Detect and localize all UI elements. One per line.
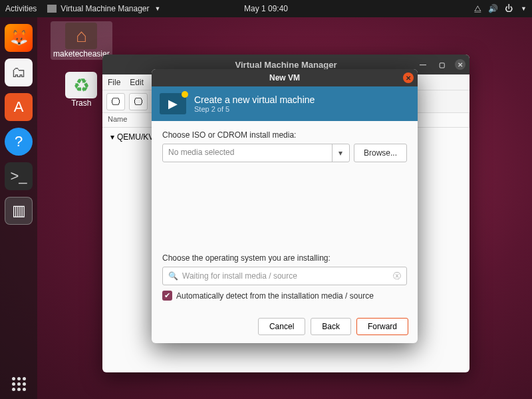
clock[interactable]: May 1 09:40 — [244, 4, 288, 13]
install-media-combo[interactable]: No media selected ▾ — [162, 144, 350, 162]
install-media-value: No media selected — [163, 144, 332, 162]
terminal-icon: >_ — [10, 168, 27, 185]
choose-media-label: Choose ISO or CDROM install media: — [162, 130, 407, 140]
desktop-trash-label: Trash — [71, 98, 91, 108]
dock-vmm[interactable]: ▥ — [5, 197, 33, 225]
dock-firefox[interactable]: 🦊 — [5, 24, 33, 52]
top-panel: Activities Virtual Machine Manager ▼ May… — [0, 0, 532, 17]
combo-dropdown-button[interactable]: ▾ — [332, 144, 349, 162]
app-menu-label: Virtual Machine Manager — [61, 4, 149, 13]
autodetect-label: Automatically detect from the installati… — [176, 291, 374, 301]
new-vm-button[interactable]: 🖵 — [106, 93, 125, 110]
clear-icon[interactable]: ⓧ — [393, 271, 401, 282]
search-icon: 🔍 — [168, 271, 178, 281]
menu-edit[interactable]: Edit — [130, 78, 144, 87]
volume-icon[interactable]: 🔊 — [488, 4, 498, 13]
dock-files[interactable]: 🗂 — [5, 59, 33, 86]
new-vm-header-title: Create a new virtual machine — [194, 94, 315, 105]
autodetect-row[interactable]: ✔ Automatically detect from the installa… — [162, 291, 407, 301]
forward-button[interactable]: Forward — [356, 318, 408, 335]
chevron-down-icon: ▼ — [155, 5, 161, 12]
dock: 🦊 🗂 A ? >_ ▥ — [0, 17, 37, 399]
app-menu[interactable]: Virtual Machine Manager ▼ — [47, 4, 160, 13]
new-vm-body: Choose ISO or CDROM install media: No me… — [152, 121, 418, 310]
new-vm-step-label: Step 2 of 5 — [194, 105, 315, 113]
monitor-icon: 🖵 — [134, 96, 143, 107]
monitor-icon: 🖵 — [111, 96, 120, 107]
choose-os-label: Choose the operating system you are inst… — [162, 253, 407, 263]
new-vm-title: New VM — [269, 73, 300, 82]
desktop: 🦊 🗂 A ? >_ ▥ ⌂ maketecheasier ♻ Trash — [0, 17, 532, 399]
files-icon: 🗂 — [11, 64, 26, 81]
network-icon[interactable]: ⧋ — [474, 4, 481, 13]
os-search-placeholder: Waiting for install media / source — [182, 271, 389, 281]
desktop-folder-maketecheasier[interactable]: ⌂ maketecheasier — [51, 21, 112, 60]
maximize-button[interactable]: ▢ — [436, 59, 447, 70]
back-button[interactable]: Back — [311, 318, 351, 335]
close-button[interactable]: ✕ — [403, 72, 414, 83]
open-vm-button[interactable]: 🖵 — [129, 93, 148, 110]
os-search-input[interactable]: 🔍 Waiting for install media / source ⓧ — [162, 267, 407, 285]
create-vm-icon: ▶ — [160, 93, 186, 114]
expand-icon: ▾ — [110, 132, 114, 142]
new-vm-header: ▶ Create a new virtual machine Step 2 of… — [152, 86, 418, 121]
cancel-button[interactable]: Cancel — [258, 318, 305, 335]
help-icon: ? — [15, 133, 23, 150]
new-vm-dialog: New VM ✕ ▶ Create a new virtual machine … — [152, 69, 418, 343]
activities-button[interactable]: Activities — [5, 4, 37, 13]
vmm-title: Virtual Machine Manager — [235, 60, 337, 70]
vmm-indicator-icon — [47, 5, 57, 13]
system-menu-chevron-icon[interactable]: ▼ — [521, 5, 527, 12]
vmm-icon: ▥ — [12, 202, 26, 219]
folder-icon: ⌂ — [65, 23, 97, 49]
autodetect-checkbox[interactable]: ✔ — [162, 291, 172, 301]
dock-terminal[interactable]: >_ — [5, 162, 33, 190]
new-vm-titlebar[interactable]: New VM ✕ — [152, 69, 418, 86]
chevron-down-icon: ▾ — [338, 148, 342, 158]
desktop-folder-label: maketecheasier — [53, 49, 110, 59]
new-vm-button-row: Cancel Back Forward — [152, 310, 418, 343]
trash-icon: ♻ — [65, 72, 97, 98]
power-icon[interactable]: ⏻ — [505, 4, 513, 13]
dock-software[interactable]: A — [5, 93, 33, 121]
dock-help[interactable]: ? — [5, 128, 33, 156]
minimize-button[interactable]: — — [418, 59, 428, 70]
firefox-icon: 🦊 — [10, 29, 28, 47]
dock-show-apps[interactable] — [12, 377, 26, 391]
software-icon: A — [14, 98, 24, 116]
close-button[interactable]: ✕ — [455, 59, 466, 70]
browse-button[interactable]: Browse... — [354, 144, 407, 162]
menu-file[interactable]: File — [108, 78, 120, 87]
